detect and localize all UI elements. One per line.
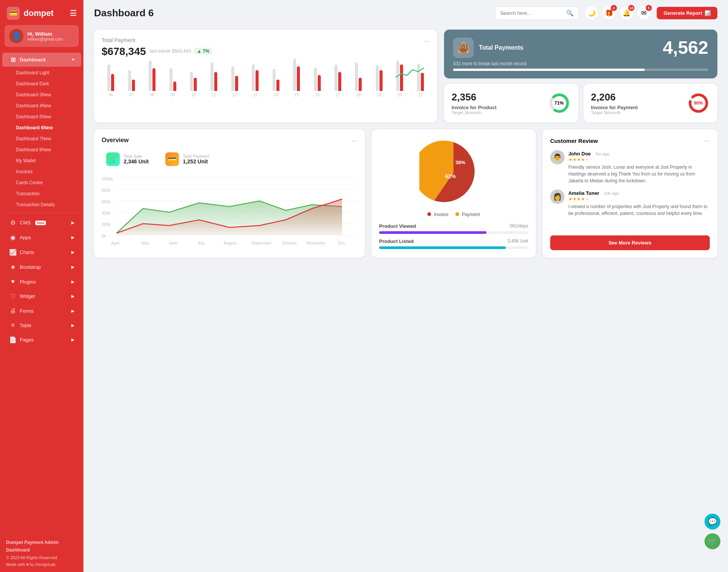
sidebar-item-table[interactable]: ≡ Table ▶ (2, 318, 81, 332)
sidebar-item-plugins[interactable]: ♥ Plugins ▶ (2, 275, 81, 288)
sidebar-item-dashboard-dark[interactable]: Dashboard Dark (2, 78, 81, 89)
sidebar-item-transaction-details[interactable]: Transaction Details (2, 199, 81, 210)
svg-text:October: October (282, 241, 297, 245)
gray-bar (355, 63, 358, 91)
sidebar-item-transaction[interactable]: Transaction (2, 188, 81, 199)
total-sale-value: 2,346 Unit (124, 158, 149, 165)
table-arrow: ▶ (71, 323, 74, 328)
moon-btn[interactable]: 🌙 (585, 6, 598, 20)
total-sale-label: Total Sale (124, 154, 149, 158)
total-payment-stat-label: Total Payment (183, 154, 209, 158)
invoice-product-card: 2,356 Invoice for Product Target 3k/mont… (444, 84, 578, 122)
footer-brand: Dompet Payment Admin Dashboard (6, 539, 77, 554)
bar-chart: 06070809101112131415161718192021 (102, 63, 430, 105)
review-item-1: 👨 John Doe 5m ago ★★★★★ Friendly service… (550, 150, 710, 184)
sidebar-item-apps[interactable]: ◉ Apps ▶ (2, 230, 81, 244)
footer-made: Made with ♥ by DexignLab (6, 561, 77, 568)
pie-legend: Invoice Payment (427, 212, 480, 217)
product-viewed-label: Product Viewed (379, 223, 416, 229)
svg-text:38%: 38% (455, 160, 465, 165)
product-viewed-stat: Product Viewed 561/days (379, 223, 528, 234)
invoice-product-pct: 71% (555, 100, 564, 106)
sidebar-item-dashboard-7[interactable]: Dashboard 7 New (2, 133, 81, 144)
generate-label: Generate Report (664, 10, 702, 16)
gray-bar (231, 66, 234, 91)
product-viewed-value: 561/days (510, 223, 528, 229)
reviewer-2-text: I viewed a number of properties with Jus… (568, 203, 710, 217)
red-bar (318, 75, 321, 91)
sidebar-item-my-wallet[interactable]: My Wallet (2, 155, 81, 166)
bell-badge: 12 (628, 5, 634, 11)
bar-label: 18 (356, 93, 361, 97)
review-more-dots[interactable]: ··· (704, 137, 710, 145)
sidebar-item-cms[interactable]: ⚙ CMS New ▶ (2, 216, 81, 230)
message-btn[interactable]: ✉ 5 (637, 6, 651, 20)
sidebar: 💳 dompet ☰ 👤 Hi, William william@gmail.c… (0, 0, 83, 572)
product-stats: Product Viewed 561/days Product Listed 3… (379, 223, 528, 249)
invoice-product-label: Invoice for Product (452, 105, 496, 110)
more-dots-btn[interactable]: ··· (424, 37, 430, 45)
search-input[interactable] (500, 10, 563, 16)
user-email: william@gmail.com (27, 37, 63, 41)
total-payment-title: Total Payment (102, 37, 212, 43)
red-bar (194, 78, 197, 91)
sidebar-item-pages[interactable]: 📄 Pages ▶ (2, 333, 81, 347)
svg-text:July: July (198, 241, 205, 245)
bar-group: 09 (163, 57, 182, 97)
sidebar-item-dashboard-6[interactable]: Dashboard 6 New (2, 122, 81, 133)
bell-btn[interactable]: 🔔 12 (620, 6, 633, 20)
sidebar-item-forms[interactable]: 🖨 Forms ▶ (2, 304, 81, 318)
invoice-product-target: Target 3k/month (452, 110, 496, 115)
generate-report-button[interactable]: Generate Report 📊 (657, 7, 717, 19)
pie-chart: 62% 38% (419, 138, 488, 207)
footer-copy: © 2023 All Rights Reserved (6, 554, 77, 561)
sidebar-logo: 💳 dompet ☰ (0, 0, 83, 25)
main-content: Dashboard 6 🔍 🌙 🎁 2 🔔 12 ✉ 5 Generate Re (83, 0, 728, 572)
sidebar-item-dashboard-4[interactable]: Dashboard 4 New (2, 100, 81, 111)
table-icon: ≡ (9, 322, 17, 329)
support-float-btn[interactable]: 💬 (704, 514, 720, 530)
sidebar-footer: Dompet Payment Admin Dashboard © 2023 Al… (0, 533, 83, 572)
see-more-reviews-button[interactable]: See More Reviews (550, 235, 710, 250)
product-listed-bar (379, 246, 506, 249)
gray-bar (210, 63, 213, 91)
bar-group: 16 (308, 57, 326, 97)
product-listed-label: Product Listed (379, 238, 414, 244)
bar-label: 06 (109, 93, 113, 97)
gift-btn[interactable]: 🎁 2 (602, 6, 616, 20)
total-sale-icon: 🛒 (106, 152, 120, 166)
reviewer-2-stars: ★★★★★ (568, 196, 710, 202)
search-box: 🔍 (495, 6, 579, 20)
sidebar-item-dashboard-8[interactable]: Dashboard 8 New (2, 144, 81, 155)
sidebar-item-dashboard-3[interactable]: Dashboard 3 New (2, 89, 81, 100)
cms-icon: ⚙ (9, 219, 17, 226)
bootstrap-arrow: ▶ (71, 265, 74, 270)
bar-label: 17 (336, 93, 340, 97)
hamburger-icon[interactable]: ☰ (70, 9, 77, 18)
bar-group: 08 (143, 57, 161, 97)
sidebar-item-widget[interactable]: ♡ Widget ▶ (2, 289, 81, 303)
svg-text:0k: 0k (102, 234, 106, 238)
sidebar-item-dashboard-5[interactable]: Dashboard 5 New (2, 111, 81, 122)
bar-group: 12 (226, 57, 244, 97)
chart-icon: 📊 (704, 10, 711, 16)
avatar: 👤 (9, 29, 24, 43)
payment-legend: Payment (455, 212, 480, 217)
cart-float-btn[interactable]: 🛒 (704, 533, 720, 549)
user-profile[interactable]: 👤 Hi, William william@gmail.com (5, 25, 79, 47)
sidebar-item-charts[interactable]: 📈 Charts ▶ (2, 245, 81, 259)
dashboard-submenu: Dashboard Light Dashboard Dark Dashboard… (0, 67, 83, 210)
total-payment-stat-value: 1,252 Unit (183, 158, 209, 165)
overview-more-dots[interactable]: ··· (351, 137, 357, 145)
sidebar-item-dashboard[interactable]: ⊞ Dashboard ▾ (2, 53, 81, 67)
invoice-product-num: 2,356 (452, 91, 496, 103)
reviewer-1-text: Friendly service Josh, Lunar and everyon… (568, 164, 710, 184)
pages-arrow: ▶ (71, 337, 74, 342)
sidebar-item-dashboard-light[interactable]: Dashboard Light (2, 67, 81, 78)
sidebar-item-bootstrap[interactable]: ★ Bootstrap ▶ (2, 260, 81, 274)
apps-arrow: ▶ (71, 235, 74, 240)
sidebar-item-cards-center[interactable]: Cards Center (2, 177, 81, 188)
red-bar (235, 76, 238, 91)
sidebar-item-invoices[interactable]: Invoices (2, 166, 81, 177)
bar-group: 10 (184, 57, 202, 97)
